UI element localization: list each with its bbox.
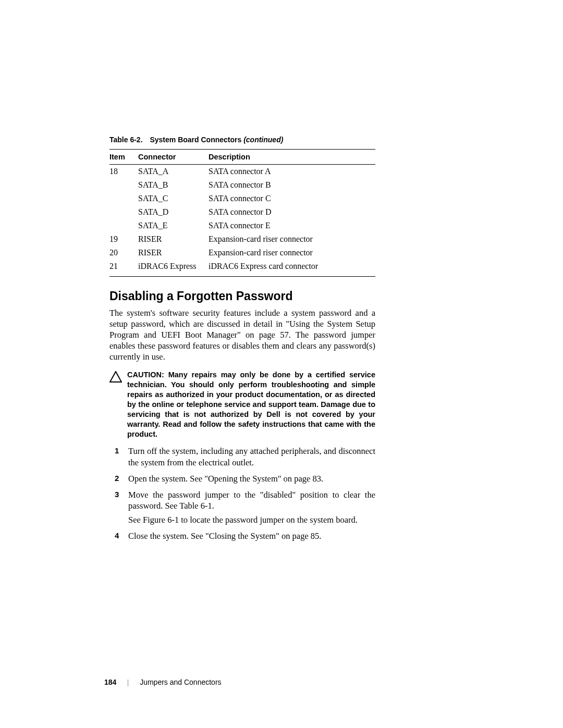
page-footer: 184 Jumpers and Connectors [104, 678, 222, 686]
cell-description: SATA connector D [209, 205, 375, 219]
table-row: SATA_C SATA connector C [109, 192, 375, 205]
cell-description: SATA connector C [209, 192, 375, 205]
cell-description: SATA connector A [209, 165, 375, 179]
caution-text: CAUTION: Many repairs may only be done b… [127, 370, 375, 440]
cell-item: 18 [109, 165, 138, 179]
steps-list: Turn off the system, including any attac… [109, 446, 375, 541]
cell-item [109, 192, 138, 205]
cell-connector: SATA_B [138, 178, 209, 192]
footer-divider [128, 680, 128, 686]
table-row: SATA_B SATA connector B [109, 178, 375, 192]
th-item: Item [109, 150, 138, 165]
step-text: Close the system. See "Closing the Syste… [128, 531, 322, 541]
caution-triangle-icon [109, 371, 122, 385]
cell-description: Expansion-card riser connector [209, 246, 375, 260]
cell-connector: RISER [138, 232, 209, 246]
section-heading: Disabling a Forgotten Password [109, 289, 375, 303]
step-item: Close the system. See "Closing the Syste… [109, 530, 375, 541]
cell-description: SATA connector B [209, 178, 375, 192]
intro-paragraph: The system's software security features … [109, 307, 375, 363]
step-item: Move the password jumper to the "disable… [109, 489, 375, 525]
cell-item [109, 178, 138, 192]
table-row: SATA_D SATA connector D [109, 205, 375, 219]
cell-connector: SATA_D [138, 205, 209, 219]
footer-section: Jumpers and Connectors [140, 678, 221, 686]
cell-item: 21 [109, 260, 138, 277]
table-row: 18 SATA_A SATA connector A [109, 165, 375, 179]
step-item: Turn off the system, including any attac… [109, 446, 375, 467]
connectors-table: Item Connector Description 18 SATA_A SAT… [109, 149, 375, 277]
table-caption-title: System Board Connectors [150, 135, 243, 144]
table-caption: Table 6-2. System Board Connectors (cont… [109, 135, 375, 144]
step-text: Move the password jumper to the "disable… [128, 490, 375, 511]
table-row: 20 RISER Expansion-card riser connector [109, 246, 375, 260]
cell-connector: iDRAC6 Express [138, 260, 209, 277]
cell-description: Expansion-card riser connector [209, 232, 375, 246]
caution-block: CAUTION: Many repairs may only be done b… [109, 370, 375, 440]
th-connector: Connector [138, 150, 209, 165]
table-caption-continued: (continued) [243, 135, 283, 144]
caution-label: CAUTION: [127, 371, 168, 379]
table-row: 19 RISER Expansion-card riser connector [109, 232, 375, 246]
table-header-row: Item Connector Description [109, 150, 375, 165]
cell-item [109, 205, 138, 219]
cell-item: 20 [109, 246, 138, 260]
cell-connector: SATA_E [138, 219, 209, 232]
step-text: Open the system. See "Opening the System… [128, 474, 323, 484]
caution-body: Many repairs may only be done by a certi… [127, 371, 375, 439]
page-number: 184 [104, 678, 116, 686]
cell-description: SATA connector E [209, 219, 375, 232]
page-content: Table 6-2. System Board Connectors (cont… [109, 135, 375, 547]
svg-marker-0 [110, 372, 121, 382]
cell-connector: RISER [138, 246, 209, 260]
th-description: Description [209, 150, 375, 165]
step-item: Open the system. See "Opening the System… [109, 473, 375, 484]
step-text: Turn off the system, including any attac… [128, 446, 375, 467]
step-extra: See Figure 6-1 to locate the password ju… [128, 514, 375, 525]
table-row: SATA_E SATA connector E [109, 219, 375, 232]
cell-item: 19 [109, 232, 138, 246]
cell-item [109, 219, 138, 232]
table-row: 21 iDRAC6 Express iDRAC6 Express card co… [109, 260, 375, 277]
cell-connector: SATA_A [138, 165, 209, 179]
cell-description: iDRAC6 Express card connector [209, 260, 375, 277]
table-caption-label: Table 6-2. [109, 135, 143, 144]
cell-connector: SATA_C [138, 192, 209, 205]
